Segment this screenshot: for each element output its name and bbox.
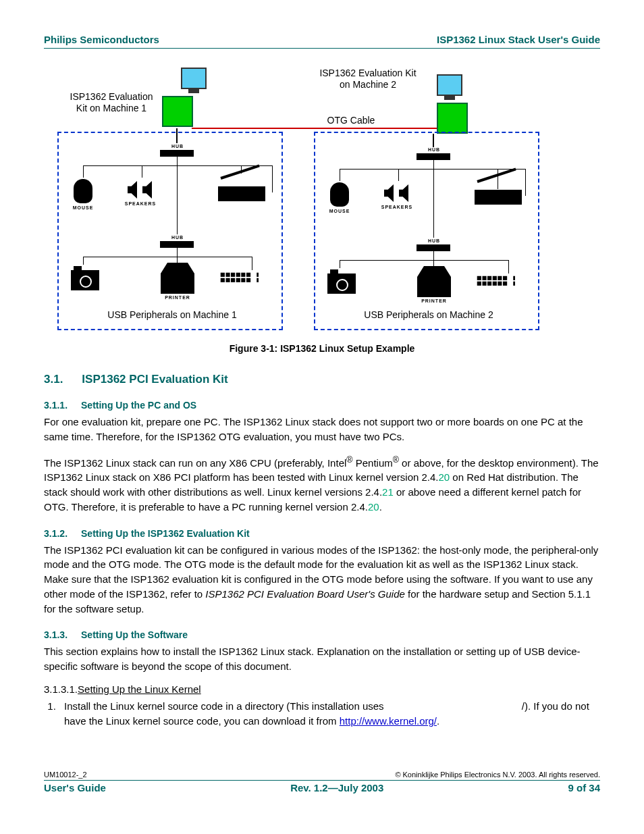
speakers-label: SPEAKERS [124,201,157,206]
pc-tower-icon [162,96,193,127]
heading-num: 3.1.3. [44,629,68,640]
header-right: ISP1362 Linux Stack User's Guide [437,34,600,45]
list-item: Install the Linux kernel source code in … [59,699,600,729]
scanner-icon [475,190,522,205]
paragraph: The ISP1362 Linux stack can run on any X… [44,454,600,515]
heading-title: Setting Up the Software [81,629,188,640]
paragraph: This section explains how to install the… [44,644,600,674]
label-usb1: USB Peripherals on Machine 1 [101,309,243,321]
printer-label: PRINTER [163,295,192,300]
hub-icon [417,153,450,160]
label-kit1: ISP1362 Evaluation Kit on Machine 1 [64,91,159,114]
label-otg: OTG Cable [321,115,381,126]
heading-num: 3.1.1. [44,400,68,411]
hub-icon [417,244,450,251]
heading-3-1-1: 3.1.1. Setting Up the PC and OS [44,400,600,411]
heading-3-1: 3.1. ISP1362 PCI Evaluation Kit [44,373,600,386]
footer-right: 9 of 34 [568,782,600,793]
copyright: © Koninklijke Philips Electronics N.V. 2… [395,771,600,779]
hub-label: HUB [165,144,190,149]
heading-title: Setting Up the PC and OS [81,400,196,411]
heading-title: Setting Up the ISP1362 Evaluation Kit [81,528,250,539]
usb-box-1 [57,132,283,330]
mouse-label: MOUSE [326,209,353,213]
heading-3-1-3: 3.1.3. Setting Up the Software [44,629,600,640]
paragraph: The ISP1362 PCI evaluation kit can be co… [44,543,600,617]
pc-tower-icon [437,103,468,134]
mouse-label: MOUSE [70,205,97,210]
ordered-list: Install the Linux kernel source code in … [59,699,600,729]
hub-icon [160,150,194,157]
speakers-label: SPEAKERS [380,205,414,209]
figure-caption: Figure 3-1: ISP1362 Linux Setup Example [44,343,600,354]
heading-num: 3.1. [44,373,63,386]
mouse-icon [330,182,349,207]
figure-diagram: ISP1362 Evaluation Kit on Machine 1 ISP1… [44,61,600,338]
heading-3-1-3-1: 3.1.3.1.Setting Up the Linux Kernel [44,683,600,695]
printer-icon [161,273,194,294]
paragraph: For one evaluation kit, prepare one PC. … [44,415,600,444]
keyboard-icon: ▪▪▪▪▪▪ ▪▪▪▪▪▪▪▪ ▪▪ [476,275,515,287]
printer-icon [417,277,451,297]
scanner-icon [218,186,265,201]
camera-icon [327,273,356,294]
pc-monitor-icon [181,68,207,89]
header-left: Philips Semiconductors [44,34,159,45]
hub-icon [160,241,194,248]
hub-label: HUB [165,235,190,240]
heading-num: 3.1.2. [44,528,68,539]
page-header: Philips Semiconductors ISP1362 Linux Sta… [44,34,600,49]
label-usb2: USB Peripherals on Machine 2 [358,309,500,321]
kernel-link[interactable]: http://www.kernel.org/ [340,715,437,727]
footer-left: User's Guide [44,782,106,793]
page-footer: UM10012-_2 © Koninklijke Philips Electro… [44,771,600,793]
hub-label: HUB [422,238,446,243]
pc-monitor-icon [437,74,462,96]
heading-title: ISP1362 PCI Evaluation Kit [82,373,227,386]
printer-label: PRINTER [419,298,449,303]
doc-number: UM10012-_2 [44,771,87,779]
camera-icon [71,270,99,290]
footer-center: Rev. 1.2—July 2003 [290,782,383,793]
keyboard-icon: ▪▪▪▪▪▪ ▪▪▪▪▪▪▪▪ ▪▪ [219,271,259,284]
heading-3-1-2: 3.1.2. Setting Up the ISP1362 Evaluation… [44,528,600,539]
mouse-icon [74,179,92,203]
label-kit2: ISP1362 Evaluation Kit on Machine 2 [314,68,422,90]
otg-cable-line [192,128,437,129]
hub-label: HUB [422,147,446,152]
